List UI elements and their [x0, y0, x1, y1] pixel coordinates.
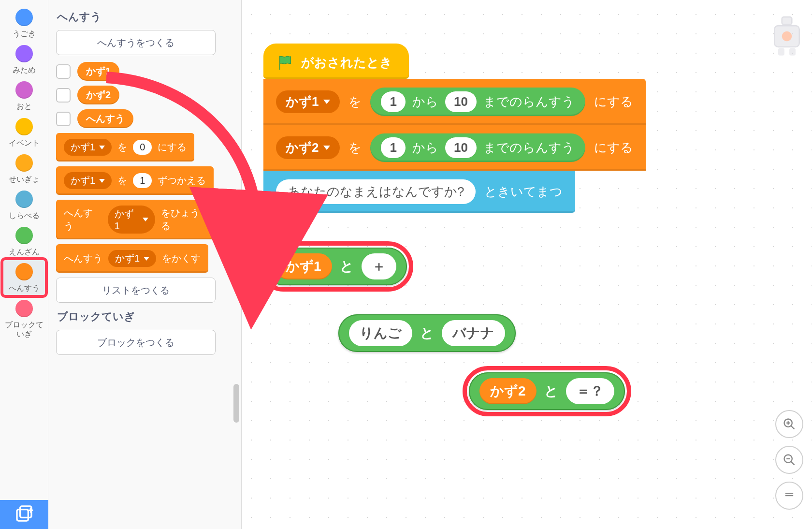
category-events[interactable]: イベント: [2, 114, 46, 150]
number-input[interactable]: 1: [381, 91, 405, 112]
value-input[interactable]: 0: [133, 140, 152, 155]
category-control[interactable]: せいぎょ: [2, 150, 46, 187]
block-text: を: [348, 139, 362, 156]
variable-dropdown[interactable]: かず1: [108, 250, 156, 267]
add-extension-button[interactable]: [0, 500, 48, 529]
chevron-down-icon: [143, 218, 148, 221]
category-variables[interactable]: へんすう: [2, 259, 46, 295]
zoom-reset-icon: [783, 489, 796, 502]
block-text: へんすう: [64, 252, 102, 265]
flag-icon: [277, 55, 293, 71]
variable-reporter[interactable]: かず1: [275, 253, 332, 279]
block-text: から: [412, 139, 438, 156]
category-label: へんすう: [9, 283, 40, 293]
category-sensing[interactable]: しらべる: [2, 187, 46, 223]
variable-checkbox[interactable]: [56, 112, 71, 126]
set-variable-block[interactable]: かず2 を 1 から 10 までのらんすう にする: [263, 125, 646, 171]
category-looks[interactable]: みため: [2, 41, 46, 77]
make-list-button[interactable]: リストをつくる: [56, 278, 216, 303]
zoom-out-button[interactable]: [775, 446, 803, 474]
block-text: と: [340, 257, 354, 276]
chevron-down-icon: [99, 146, 105, 149]
set-variable-block[interactable]: かず1 を 0 にする: [56, 133, 194, 162]
block-text: ずつかえる: [158, 174, 206, 187]
block-text: までのらんすう: [483, 93, 575, 110]
variable-reporter[interactable]: かず1: [77, 62, 119, 81]
block-text: をひょうじする: [161, 206, 228, 233]
join-block[interactable]: りんご と バナナ: [338, 314, 516, 352]
block-text: を: [348, 93, 362, 110]
variable-dropdown[interactable]: かず1: [64, 139, 112, 156]
text-input[interactable]: バナナ: [442, 320, 505, 346]
block-text: までのらんすう: [483, 139, 575, 156]
pick-random-reporter[interactable]: 1 から 10 までのらんすう: [370, 133, 585, 162]
block-text: へんすう: [64, 206, 102, 233]
svg-line-10: [791, 426, 795, 429]
sound-dot-icon: [15, 81, 33, 99]
category-label: みため: [13, 65, 36, 74]
block-text: を: [117, 174, 127, 187]
variable-checkbox[interactable]: [56, 88, 71, 103]
category-sound[interactable]: おと: [2, 77, 46, 114]
category-label: うごき: [13, 29, 36, 38]
change-variable-block[interactable]: かず1 を 1 ずつかえる: [56, 166, 214, 195]
when-flag-clicked-block[interactable]: がおされたとき: [263, 44, 409, 79]
script-stack[interactable]: がおされたとき かず1 を 1 から 10 までのらんすう にする かず2 を …: [263, 44, 646, 213]
svg-rect-7: [778, 48, 784, 55]
variable-reporter[interactable]: かず2: [77, 86, 119, 104]
make-block-button[interactable]: ブロックをつくる: [56, 330, 216, 355]
block-text: ときいてまつ: [484, 183, 563, 200]
block-text: を: [117, 141, 127, 154]
block-palette: へんすう へんすうをつくる かず1 かず2 へんすう かず1 を 0 にする か…: [48, 0, 242, 529]
myblocks-dot-icon: [15, 300, 33, 317]
chevron-down-icon: [99, 179, 105, 183]
hide-variable-block[interactable]: へんすう かず1 をかくす: [56, 244, 208, 273]
block-definition-heading: ブロックていぎ: [57, 309, 235, 324]
make-variable-button[interactable]: へんすうをつくる: [56, 30, 216, 55]
palette-scrollbar[interactable]: [233, 384, 239, 423]
join-block[interactable]: かず1 と ＋: [264, 248, 407, 285]
script-canvas[interactable]: がおされたとき かず1 を 1 から 10 までのらんすう にする かず2 を …: [242, 0, 812, 529]
zoom-out-icon: [783, 453, 796, 467]
pick-random-reporter[interactable]: 1 から 10 までのらんすう: [370, 88, 585, 116]
number-input[interactable]: 1: [381, 137, 405, 158]
variable-reporter[interactable]: へんすう: [77, 109, 133, 128]
block-text: をかくす: [162, 252, 201, 265]
svg-rect-6: [782, 17, 792, 24]
variable-dropdown[interactable]: かず1: [276, 90, 340, 113]
category-label: しらべる: [9, 211, 40, 220]
category-motion[interactable]: うごき: [2, 5, 46, 41]
value-input[interactable]: 1: [133, 173, 152, 188]
join-block[interactable]: かず2 と ＝？: [469, 372, 625, 410]
number-input[interactable]: 10: [445, 137, 477, 158]
zoom-reset-button[interactable]: [775, 482, 803, 510]
variable-row: へんすう: [56, 109, 235, 128]
text-input[interactable]: あなたのなまえはなんですか?: [276, 179, 476, 204]
variable-reporter[interactable]: かず2: [479, 378, 536, 404]
zoom-controls: [775, 410, 803, 510]
text-input[interactable]: ＋: [362, 253, 396, 279]
variable-row: かず2: [56, 86, 235, 104]
variable-dropdown[interactable]: かず2: [276, 136, 340, 159]
variable-checkbox[interactable]: [56, 64, 71, 79]
set-variable-block[interactable]: かず1 を 1 から 10 までのらんすう にする: [263, 79, 646, 125]
svg-line-14: [791, 462, 795, 465]
variables-dot-icon: [15, 263, 33, 280]
zoom-in-button[interactable]: [775, 410, 803, 438]
category-label: せいぎょ: [9, 175, 40, 184]
number-input[interactable]: 10: [445, 91, 477, 112]
category-myblocks[interactable]: ブロックていぎ: [2, 296, 46, 341]
text-input[interactable]: りんご: [349, 320, 412, 346]
show-variable-block[interactable]: へんすう かず1 をひょうじする: [56, 200, 235, 239]
variable-row: かず1: [56, 62, 235, 81]
category-label: ブロックていぎ: [2, 320, 46, 338]
svg-rect-0: [17, 510, 28, 521]
category-operators[interactable]: えんざん: [2, 223, 46, 259]
ask-and-wait-block[interactable]: あなたのなまえはなんですか? ときいてまつ: [263, 171, 575, 213]
text-input[interactable]: ＝？: [566, 378, 614, 404]
variable-dropdown[interactable]: かず1: [64, 172, 112, 189]
block-text: と: [544, 382, 558, 400]
chevron-down-icon: [323, 100, 330, 104]
zoom-in-icon: [783, 417, 796, 431]
variable-dropdown[interactable]: かず1: [108, 206, 155, 234]
